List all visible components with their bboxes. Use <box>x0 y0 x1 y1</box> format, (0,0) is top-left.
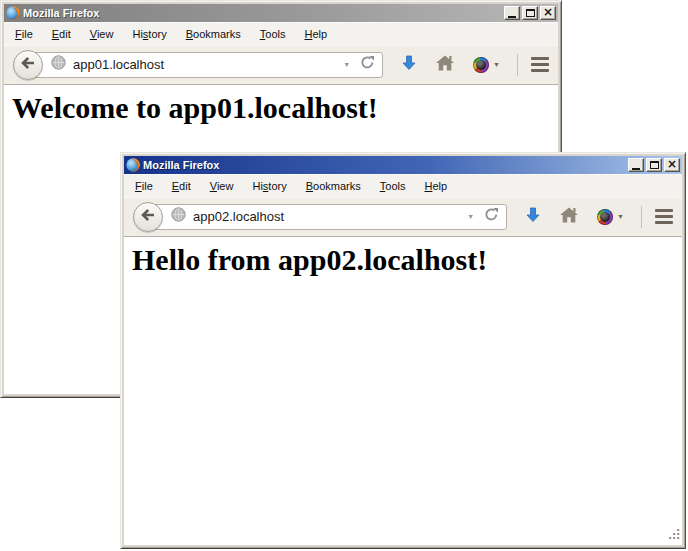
menu-bookmarks[interactable]: Bookmarks <box>300 177 367 195</box>
minimize-icon <box>508 16 516 18</box>
menu-help[interactable]: Help <box>418 177 453 195</box>
page-content: Hello from app02.localhost! <box>124 237 682 545</box>
menu-file[interactable]: File <box>129 177 159 195</box>
maximize-icon <box>526 9 535 17</box>
menu-panel-button[interactable] <box>531 57 549 72</box>
browser-window-app02: Mozilla Firefox × File Edit View History… <box>120 152 686 549</box>
menu-bar: File Edit View History Bookmarks Tools H… <box>4 22 558 45</box>
menu-tools[interactable]: Tools <box>254 25 292 43</box>
globe-icon[interactable] <box>51 55 66 74</box>
maximize-button[interactable] <box>522 6 538 20</box>
back-arrow-icon <box>140 207 156 226</box>
hamburger-icon <box>531 57 549 72</box>
resize-grip[interactable] <box>668 526 681 544</box>
home-button[interactable] <box>560 207 578 226</box>
menu-help[interactable]: Help <box>298 25 333 43</box>
chevron-down-icon: ▼ <box>493 61 500 68</box>
reload-icon[interactable] <box>360 55 375 74</box>
minimize-icon <box>632 168 640 170</box>
close-icon: × <box>543 6 553 18</box>
menu-edit[interactable]: Edit <box>46 25 77 43</box>
toolbar-separator <box>641 206 642 228</box>
firefox-logo-icon[interactable] <box>6 6 20 20</box>
back-button[interactable] <box>133 202 163 232</box>
back-button[interactable] <box>13 50 43 80</box>
globe-icon[interactable] <box>171 207 186 226</box>
url-input[interactable]: app01.localhost <box>73 57 343 72</box>
menu-file[interactable]: File <box>9 25 39 43</box>
titlebar[interactable]: Mozilla Firefox × <box>4 4 558 22</box>
search-engine-icon <box>597 209 613 225</box>
maximize-button[interactable] <box>646 158 662 172</box>
minimize-button[interactable] <box>504 6 520 20</box>
navigation-toolbar: app01.localhost ▼ ▼ <box>4 45 558 85</box>
window-title: Mozilla Firefox <box>20 7 504 19</box>
download-arrow-icon <box>526 207 540 226</box>
downloads-button[interactable] <box>526 207 540 226</box>
reload-icon[interactable] <box>484 207 499 226</box>
page-heading: Welcome to app01.localhost! <box>12 91 558 125</box>
minimize-button[interactable] <box>628 158 644 172</box>
url-history-dropdown-icon[interactable]: ▼ <box>343 61 350 68</box>
home-icon <box>436 55 454 74</box>
downloads-button[interactable] <box>402 55 416 74</box>
search-engine-button[interactable]: ▼ <box>473 57 500 73</box>
window-title: Mozilla Firefox <box>140 159 628 171</box>
page-heading: Hello from app02.localhost! <box>132 243 682 277</box>
close-icon: × <box>667 158 677 170</box>
maximize-icon <box>650 161 659 169</box>
menu-tools[interactable]: Tools <box>374 177 412 195</box>
url-bar[interactable]: app02.localhost ▼ <box>147 204 507 230</box>
menu-bar: File Edit View History Bookmarks Tools H… <box>124 174 682 197</box>
menu-bookmarks[interactable]: Bookmarks <box>180 25 247 43</box>
menu-view[interactable]: View <box>204 177 240 195</box>
back-arrow-icon <box>20 55 36 74</box>
menu-edit[interactable]: Edit <box>166 177 197 195</box>
home-icon <box>560 207 578 226</box>
url-bar[interactable]: app01.localhost ▼ <box>27 52 383 78</box>
menu-panel-button[interactable] <box>655 209 673 224</box>
close-button[interactable]: × <box>664 158 680 172</box>
url-history-dropdown-icon[interactable]: ▼ <box>467 213 474 220</box>
menu-view[interactable]: View <box>84 25 120 43</box>
hamburger-icon <box>655 209 673 224</box>
toolbar-separator <box>517 54 518 76</box>
url-input[interactable]: app02.localhost <box>193 209 467 224</box>
titlebar[interactable]: Mozilla Firefox × <box>124 156 682 174</box>
firefox-logo-icon[interactable] <box>126 158 140 172</box>
download-arrow-icon <box>402 55 416 74</box>
search-engine-button[interactable]: ▼ <box>597 209 624 225</box>
chevron-down-icon: ▼ <box>617 213 624 220</box>
search-engine-icon <box>473 57 489 73</box>
navigation-toolbar: app02.localhost ▼ ▼ <box>124 197 682 237</box>
menu-history[interactable]: History <box>126 25 172 43</box>
home-button[interactable] <box>436 55 454 74</box>
close-button[interactable]: × <box>540 6 556 20</box>
menu-history[interactable]: History <box>246 177 292 195</box>
